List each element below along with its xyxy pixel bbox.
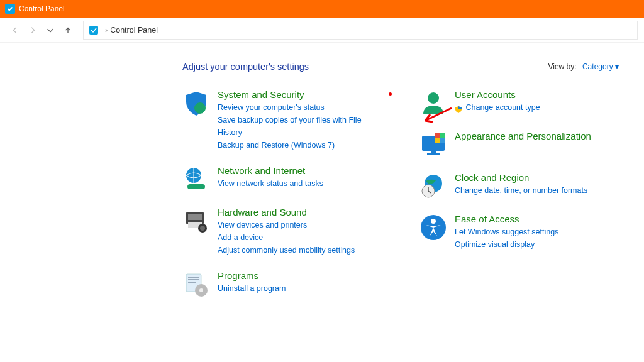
recent-locations-button[interactable] [42,21,59,39]
link-add-device[interactable]: Add a device [218,231,355,244]
svg-rect-3 [187,184,205,189]
shield-icon [182,89,210,117]
right-column: User Accounts Change account type Appear… [419,89,619,312]
link-devices-printers[interactable]: View devices and printers [218,219,355,231]
svg-rect-21 [435,138,440,143]
category-title-programs[interactable]: Programs [218,270,286,281]
svg-point-1 [194,102,206,114]
svg-point-15 [428,92,439,104]
link-mobility-settings[interactable]: Adjust commonly used mobility settings [218,244,355,256]
monitor-personalization-icon [419,131,447,158]
content-area: Adjust your computer's settings View by:… [0,43,644,324]
breadcrumb-separator-icon: › [105,26,108,35]
control-panel-title-icon [5,4,15,14]
view-by-label: View by: [548,62,576,71]
category-user-accounts: User Accounts Change account type [419,89,619,117]
category-network: Network and Internet View network status… [182,165,382,193]
back-button[interactable] [6,21,24,39]
page-title: Adjust your computer's settings [182,62,309,72]
category-clock-region: Clock and Region Change date, time, or n… [419,172,619,200]
svg-point-8 [200,226,205,231]
category-ease-of-access: Ease of Access Let Windows suggest setti… [419,214,619,251]
printer-camera-icon [182,207,210,234]
category-title-clock[interactable]: Clock and Region [455,172,587,183]
category-title-user[interactable]: User Accounts [455,89,540,100]
svg-rect-5 [188,214,202,220]
category-hardware: Hardware and Sound View devices and prin… [182,207,382,256]
control-panel-breadcrumb-icon [89,25,99,35]
category-title-system[interactable]: System and Security [218,89,382,100]
clock-globe-icon [419,172,447,200]
up-button[interactable] [59,21,77,39]
link-change-account-type[interactable]: Change account type [455,101,540,114]
view-by-value[interactable]: Category [582,62,613,71]
link-review-status[interactable]: Review your computer's status [218,101,382,114]
svg-rect-11 [188,279,199,280]
navbar: › Control Panel [0,18,644,43]
svg-rect-18 [427,153,440,155]
link-optimize-display[interactable]: Optimize visual display [455,238,558,251]
svg-rect-0 [89,26,98,35]
programs-disc-icon [182,270,210,298]
annotation-dot [389,92,392,96]
svg-rect-20 [440,133,445,138]
category-programs: Programs Uninstall a program [182,270,382,298]
link-uninstall-program[interactable]: Uninstall a program [218,282,286,295]
view-by-control[interactable]: View by: Category ▾ [548,62,619,71]
svg-rect-12 [188,282,196,283]
svg-rect-10 [188,277,199,278]
category-system-security: System and Security Review your computer… [182,89,382,151]
svg-rect-19 [435,133,440,138]
address-bar[interactable]: › Control Panel [83,21,638,40]
user-icon [419,89,447,117]
link-network-status[interactable]: View network status and tasks [218,177,323,190]
link-date-time-formats[interactable]: Change date, time, or number formats [455,184,587,197]
forward-button[interactable] [24,21,42,39]
category-title-hardware[interactable]: Hardware and Sound [218,207,355,217]
left-column: System and Security Review your computer… [182,89,382,312]
svg-rect-22 [440,138,445,143]
category-title-network[interactable]: Network and Internet [218,165,323,176]
globe-network-icon [182,165,210,193]
window-title: Control Panel [19,4,65,13]
category-title-appearance[interactable]: Appearance and Personalization [455,131,591,141]
svg-point-26 [431,219,436,224]
link-file-history[interactable]: Save backup copies of your files with Fi… [218,114,382,139]
svg-rect-17 [431,151,436,153]
titlebar: Control Panel [0,0,644,18]
link-suggest-settings[interactable]: Let Windows suggest settings [455,226,558,238]
breadcrumb-location[interactable]: Control Panel [110,26,158,35]
uac-shield-icon [455,104,462,112]
link-backup-restore[interactable]: Backup and Restore (Windows 7) [218,139,382,151]
accessibility-icon [419,214,447,241]
svg-point-14 [199,288,203,292]
category-appearance: Appearance and Personalization [419,131,619,158]
category-title-ease[interactable]: Ease of Access [455,214,558,224]
